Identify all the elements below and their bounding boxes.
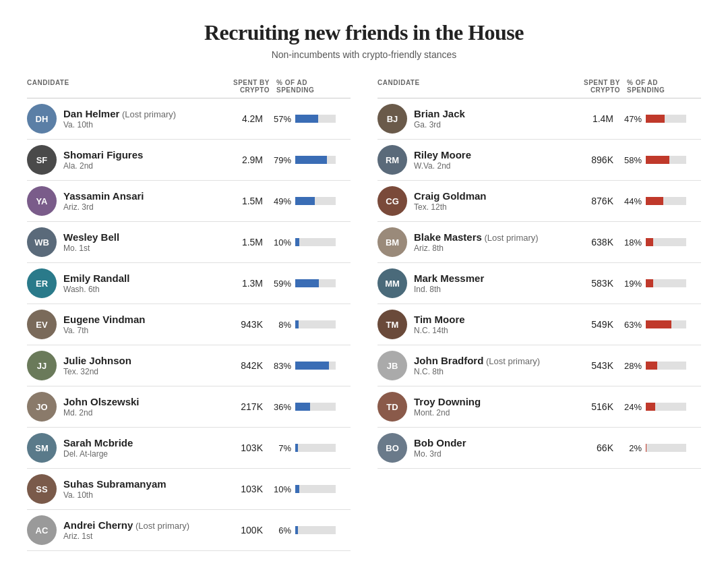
right-column-header: CANDIDATE SPENT BYCRYPTO % OF ADSPENDING [377, 79, 701, 98]
avatar: SS [27, 474, 57, 504]
spent-value: 1.4M [566, 113, 620, 124]
candidate-name: Blake Masters (Lost primary) [414, 231, 539, 243]
pct-header-left: % OF ADSPENDING [270, 79, 351, 94]
page-subtitle: Non-incumbents with crypto-friendly stan… [27, 49, 701, 60]
pct-label: 59% [270, 279, 291, 289]
spent-value: 638K [566, 237, 620, 248]
avatar: JJ [27, 351, 57, 380]
spent-value: 549K [566, 319, 620, 330]
bar-fill [295, 156, 327, 164]
candidate-name: Mark Messmer [414, 272, 484, 284]
bar-track [295, 526, 336, 534]
pct-label: 79% [270, 155, 291, 165]
avatar: TM [377, 310, 407, 339]
candidate-header-left: CANDIDATE [27, 79, 216, 94]
pct-label: 47% [620, 114, 642, 124]
candidate-note: (Lost primary) [483, 356, 540, 366]
avatar: TD [377, 392, 407, 422]
spent-value: 217K [216, 401, 270, 412]
table-row: EREmily RandallWash. 6th1.3M59% [27, 263, 351, 304]
table-row: ACAndrei Cherny (Lost primary)Ariz. 1st1… [27, 510, 351, 551]
bar-fill [646, 444, 646, 452]
bar-track [295, 115, 336, 123]
bar-fill [295, 320, 299, 328]
candidate-district: Va. 10th [63, 120, 176, 129]
avatar: JO [27, 392, 57, 422]
table-row: SSSuhas SubramanyamVa. 10th103K10% [27, 469, 351, 510]
bar-track [646, 156, 686, 164]
pct-label: 10% [270, 237, 291, 248]
pct-label: 49% [270, 196, 291, 206]
candidate-district: N.C. 8th [414, 367, 540, 376]
candidate-district: Ariz. 1st [63, 531, 189, 541]
spent-value: 876K [566, 196, 620, 206]
candidate-name: Riley Moore [414, 149, 471, 161]
bar-track [646, 320, 686, 328]
bar-fill [295, 485, 299, 493]
avatar: YA [27, 186, 57, 216]
pct-label: 28% [620, 361, 642, 371]
table-row: TDTroy DowningMont. 2nd516K24% [377, 386, 701, 428]
avatar: BO [377, 433, 407, 463]
pct-label: 7% [270, 443, 291, 453]
pct-label: 19% [620, 279, 642, 289]
candidate-name: Eugene Vindman [63, 314, 145, 325]
candidate-name: Troy Downing [414, 396, 481, 407]
spent-value: 1.5M [216, 196, 270, 206]
candidate-note: (Lost primary) [119, 109, 176, 119]
candidate-header-right: CANDIDATE [377, 79, 566, 94]
candidate-district: Va. 10th [63, 490, 166, 500]
bar-track [295, 197, 336, 205]
pct-label: 2% [620, 443, 642, 453]
table-row: DHDan Helmer (Lost primary)Va. 10th4.2M5… [27, 98, 351, 140]
candidate-name: Brian Jack [414, 108, 465, 119]
spent-value: 1.3M [216, 278, 270, 289]
candidate-name: Andrei Cherny (Lost primary) [63, 519, 189, 531]
candidate-name: Dan Helmer (Lost primary) [63, 108, 176, 119]
candidate-district: Ariz. 8th [414, 243, 539, 253]
right-column: CANDIDATE SPENT BYCRYPTO % OF ADSPENDING… [377, 79, 701, 551]
pct-label: 63% [620, 320, 642, 330]
avatar: EV [27, 310, 57, 339]
bar-track [646, 197, 686, 205]
bar-fill [295, 197, 315, 205]
pct-label: 83% [270, 361, 291, 371]
table-row: RMRiley MooreW.Va. 2nd896K58% [377, 140, 701, 181]
pct-header-right: % OF ADSPENDING [620, 79, 701, 94]
bar-track [295, 444, 336, 452]
bar-track [646, 279, 686, 287]
pct-label: 10% [270, 484, 291, 494]
spent-value: 103K [216, 442, 270, 453]
spent-value: 66K [566, 442, 620, 453]
table-row: CGCraig GoldmanTex. 12th876K44% [377, 181, 701, 222]
table-row: SMSarah McbrideDel. At-large103K7% [27, 428, 351, 469]
table-row: BJBrian JackGa. 3rd1.4M47% [377, 98, 701, 140]
bar-track [646, 238, 686, 246]
pct-label: 6% [270, 525, 291, 536]
table-row: BMBlake Masters (Lost primary)Ariz. 8th6… [377, 222, 701, 263]
bar-fill [295, 279, 319, 287]
bar-fill [295, 362, 329, 370]
left-column: CANDIDATE SPENT BYCRYPTO % OF ADSPENDING… [27, 79, 351, 551]
bar-track [646, 444, 686, 452]
spent-value: 896K [566, 154, 620, 165]
pct-label: 58% [620, 155, 642, 165]
spent-header-left: SPENT BYCRYPTO [216, 79, 270, 94]
candidate-name: Julie Johnson [63, 355, 131, 366]
bar-track [646, 115, 686, 123]
candidate-district: Ala. 2nd [63, 161, 143, 171]
candidate-name: Craig Goldman [414, 190, 487, 202]
candidate-name: John Olszewski [63, 396, 140, 407]
bar-track [295, 485, 336, 493]
spent-value: 1.5M [216, 237, 270, 248]
table-row: TMTim MooreN.C. 14th549K63% [377, 304, 701, 345]
spent-value: 516K [566, 401, 620, 412]
table-row: SFShomari FiguresAla. 2nd2.9M79% [27, 140, 351, 181]
table-row: MMMark MessmerInd. 8th583K19% [377, 263, 701, 304]
bar-fill [295, 526, 298, 534]
avatar: RM [377, 145, 407, 175]
candidate-district: Md. 2nd [63, 408, 140, 417]
candidate-district: Del. At-large [63, 449, 133, 459]
candidate-note: (Lost primary) [482, 233, 539, 243]
table-row: BOBob OnderMo. 3rd66K2% [377, 428, 701, 469]
